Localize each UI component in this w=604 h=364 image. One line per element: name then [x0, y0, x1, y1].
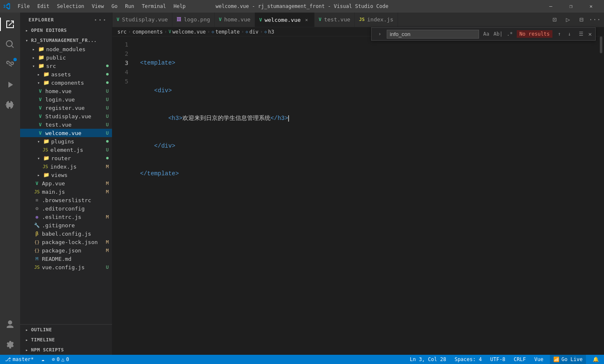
tab-studisplay[interactable]: V Studisplay.vue	[112, 13, 172, 27]
tab-home[interactable]: V home.vue	[215, 13, 255, 27]
folder-icon: 📁	[43, 79, 49, 86]
list-item[interactable]: β babel.config.js	[20, 229, 112, 238]
tab-index-js[interactable]: JS index.js	[355, 13, 398, 27]
menu-help[interactable]: Help	[170, 3, 189, 10]
list-item[interactable]: V login.vue U	[20, 95, 112, 104]
menu-go[interactable]: Go	[108, 3, 121, 10]
breadcrumb-h3-label: h3	[268, 29, 274, 35]
list-item[interactable]: 📁 node_modules	[20, 45, 112, 53]
menu-run[interactable]: Run	[122, 3, 138, 10]
list-item[interactable]: V register.vue U	[20, 104, 112, 112]
run-button[interactable]: ▷	[562, 14, 574, 26]
minimize-button[interactable]: —	[541, 0, 560, 13]
timeline-header[interactable]: TIMELINE	[20, 335, 112, 345]
outline-header[interactable]: OUTLINE	[20, 325, 112, 335]
find-results-count: No results	[517, 30, 552, 38]
scrollbar-thumb[interactable]	[600, 36, 602, 53]
js-icon: JS	[34, 264, 40, 270]
notifications-button[interactable]: 🔔	[591, 355, 601, 364]
list-item[interactable]: 📁 plugins	[20, 137, 112, 146]
list-item[interactable]: 📁 router	[20, 154, 112, 162]
activity-extensions[interactable]	[0, 95, 20, 115]
list-item[interactable]: 📁 views	[20, 171, 112, 179]
activity-search[interactable]	[0, 34, 20, 55]
list-item[interactable]: V App.vue M	[20, 179, 112, 187]
go-live-button[interactable]: 📶 Go Live	[550, 355, 586, 364]
tab-bar-actions: ⊡ ▷ ⊟ ···	[545, 13, 604, 27]
find-close-button[interactable]: ✕	[588, 31, 592, 37]
cursor-position-item[interactable]: Ln 3, Col 28	[408, 355, 448, 364]
tab-test[interactable]: V test.vue	[315, 13, 355, 27]
npm-scripts-header[interactable]: NPM SCRIPTS	[20, 345, 112, 355]
open-editors-header[interactable]: OPEN EDITORS	[20, 26, 112, 35]
split-editor-button[interactable]: ⊡	[549, 14, 560, 26]
tab-welcome[interactable]: V welcome.vue ✕	[255, 13, 315, 27]
sync-item[interactable]: ☁	[40, 355, 46, 364]
menu-selection[interactable]: Selection	[54, 3, 88, 10]
warning-icon: △	[61, 356, 64, 362]
code-editor[interactable]: <template> <div> <h3>欢迎来到日京的学生信息管理系统</h3…	[133, 36, 598, 355]
file-name: .browserslistrc	[42, 197, 109, 203]
list-item[interactable]: JS main.js M	[20, 187, 112, 196]
file-name: plugins	[51, 138, 106, 145]
list-item[interactable]: V Studisplay.vue U	[20, 112, 112, 120]
list-item[interactable]: 🔧 .gitignore	[20, 221, 112, 229]
breadcrumb-h3[interactable]: ◇ h3	[264, 29, 274, 35]
list-item[interactable]: JS element.js U	[20, 146, 112, 154]
tab-close-button[interactable]: ✕	[303, 16, 310, 23]
project-header[interactable]: RJ_STUMANAGEMENT_FR...	[20, 36, 112, 45]
list-item[interactable]: {} package-lock.json M	[20, 238, 112, 246]
menu-edit[interactable]: Edit	[34, 3, 53, 10]
list-item[interactable]: JS index.js M	[20, 162, 112, 171]
more-actions-button[interactable]: ···	[589, 14, 601, 26]
sidebar-more-button[interactable]: ···	[94, 16, 107, 24]
menu-file[interactable]: File	[14, 3, 33, 10]
find-previous-button[interactable]: ↑	[555, 29, 564, 39]
breadcrumb-components[interactable]: components	[133, 29, 163, 35]
menu-terminal[interactable]: Terminal	[138, 3, 169, 10]
breadcrumb-src[interactable]: src	[117, 29, 127, 35]
menu-view[interactable]: View	[89, 3, 107, 10]
breadcrumb-template[interactable]: ◇ template	[212, 29, 240, 35]
find-expand-button[interactable]: ›	[375, 29, 384, 39]
activity-account[interactable]	[0, 315, 20, 335]
list-item[interactable]: ⚙ .editorconfig	[20, 204, 112, 213]
toggle-panel-button[interactable]: ⊟	[575, 14, 587, 26]
tab-label: home.vue	[224, 16, 250, 23]
activity-source-control[interactable]	[0, 55, 20, 75]
list-item[interactable]: V home.vue U	[20, 87, 112, 95]
list-item[interactable]: ● .eslintrc.js M	[20, 213, 112, 221]
activity-explorer[interactable]	[0, 14, 20, 34]
find-list-button[interactable]: ☰	[577, 29, 586, 39]
list-item[interactable]: 📁 components	[20, 78, 112, 87]
find-input[interactable]: info_con	[387, 30, 479, 39]
file-name: index.js	[50, 164, 104, 170]
list-item[interactable]: 📁 public	[20, 53, 112, 62]
list-item[interactable]: {} package.json M	[20, 246, 112, 255]
list-item[interactable]: V test.vue U	[20, 120, 112, 129]
encoding-item[interactable]: UTF-8	[489, 355, 507, 364]
spaces-item[interactable]: Spaces: 4	[453, 355, 484, 364]
git-branch-item[interactable]: ⎇ master*	[3, 355, 36, 364]
list-item[interactable]: M README.md	[20, 255, 112, 263]
activity-settings[interactable]	[0, 335, 20, 355]
match-case-button[interactable]: Aa	[482, 29, 491, 39]
list-item[interactable]: 📁 assets	[20, 70, 112, 78]
list-item[interactable]: 📁 src	[20, 62, 112, 70]
find-next-button[interactable]: ↓	[565, 29, 574, 39]
tab-logo[interactable]: 🖼 logo.png	[172, 13, 215, 27]
restore-button[interactable]: ❐	[561, 0, 581, 13]
breadcrumb-div[interactable]: ◇ div	[245, 29, 258, 35]
list-item[interactable]: ≡ .browserslistrc	[20, 196, 112, 204]
breadcrumb-welcome-vue[interactable]: V welcome.vue	[169, 29, 206, 35]
errors-item[interactable]: ⊘ 0 △ 0	[50, 355, 71, 364]
match-whole-word-button[interactable]: Ab|	[493, 29, 502, 39]
editor-scrollbar[interactable]	[598, 36, 604, 355]
activity-run-debug[interactable]	[0, 75, 20, 95]
list-item[interactable]: JS vue.config.js U	[20, 263, 112, 271]
line-ending-item[interactable]: CRLF	[512, 355, 528, 364]
list-item[interactable]: V welcome.vue U	[20, 129, 112, 137]
language-item[interactable]: Vue	[533, 355, 545, 364]
close-button[interactable]: ✕	[581, 0, 601, 13]
regex-button[interactable]: .*	[505, 29, 514, 39]
